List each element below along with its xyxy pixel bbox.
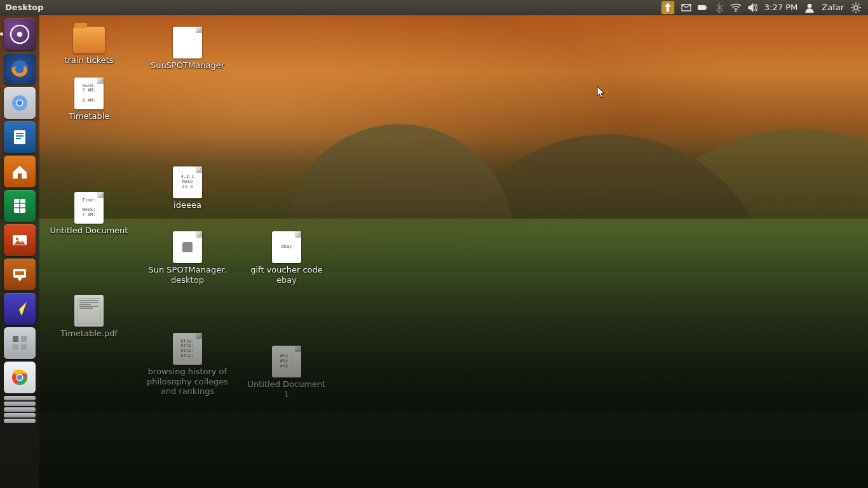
desktop-icon-label: gift voucher code ebay bbox=[250, 265, 323, 285]
desktop-icon-label: Sun SPOTManager. desktop bbox=[148, 265, 226, 285]
file-icon bbox=[173, 231, 202, 263]
launcher-chrome[interactable] bbox=[4, 362, 36, 393]
desktop-icon-label: Timetable bbox=[69, 111, 110, 121]
svg-point-10 bbox=[17, 100, 22, 105]
svg-rect-15 bbox=[18, 173, 22, 179]
launcher-geo[interactable] bbox=[4, 293, 36, 325]
clock[interactable]: 3:27 PM bbox=[761, 3, 801, 12]
svg-rect-11 bbox=[14, 130, 25, 144]
svg-rect-22 bbox=[21, 336, 27, 342]
desktop-icon-label: train tickets bbox=[64, 55, 113, 65]
wifi-icon[interactable] bbox=[728, 0, 744, 15]
svg-rect-23 bbox=[13, 344, 18, 350]
svg-rect-1 bbox=[706, 6, 707, 8]
svg-rect-20 bbox=[15, 271, 24, 275]
svg-point-18 bbox=[16, 238, 18, 240]
svg-rect-14 bbox=[16, 138, 21, 139]
svg-rect-24 bbox=[21, 344, 27, 350]
file-icon: http: http: http: http: bbox=[173, 333, 202, 365]
desktop-icon-label: browsing history of philosophy colleges … bbox=[147, 367, 228, 396]
file-icon: Sund. 7 AM: 8 AM: bbox=[74, 78, 104, 109]
file-icon bbox=[74, 295, 104, 327]
desktop-icon-gift-voucher[interactable]: ebaygift voucher code ebay bbox=[239, 231, 334, 285]
svg-point-2 bbox=[735, 10, 737, 12]
desktop-icon-timetable-pdf[interactable]: Timetable.pdf bbox=[41, 295, 137, 339]
launcher-writer[interactable] bbox=[4, 121, 36, 153]
user-icon[interactable] bbox=[801, 0, 818, 15]
session-gear-icon[interactable] bbox=[848, 0, 864, 15]
launcher-chromium[interactable] bbox=[4, 87, 36, 119]
desktop-icon-untitled-doc[interactable]: Time: Week: 7 AM:Untitled Document bbox=[41, 192, 137, 236]
desktop-icon-label: Untitled Document bbox=[50, 226, 128, 236]
file-icon: Why : Why : why : bbox=[272, 346, 301, 377]
bluetooth-icon[interactable] bbox=[711, 0, 728, 15]
launcher-dash[interactable] bbox=[4, 18, 36, 50]
launcher-workspaces[interactable] bbox=[4, 327, 36, 359]
file-icon bbox=[173, 27, 202, 58]
svg-rect-0 bbox=[698, 5, 706, 10]
messages-icon[interactable] bbox=[678, 0, 695, 15]
launcher-impress[interactable] bbox=[4, 259, 36, 290]
desktop-icon-browsing-hist[interactable]: http: http: http: http:browsing history … bbox=[140, 333, 235, 396]
sound-icon[interactable] bbox=[744, 0, 761, 15]
desktop-area[interactable]: train ticketsSunSPOTManagerSund. 7 AM: 8… bbox=[0, 15, 868, 488]
desktop-icon-sunspot-jnlp[interactable]: SunSPOTManager bbox=[140, 27, 235, 71]
desktop-icon-ideeea[interactable]: 4.2.1 Make 21.4ideeea bbox=[140, 166, 235, 210]
svg-rect-13 bbox=[16, 135, 24, 137]
launcher-shotwell[interactable] bbox=[4, 224, 36, 256]
svg-rect-21 bbox=[13, 336, 18, 342]
battery-icon[interactable] bbox=[695, 0, 711, 15]
desktop-icon-untitled-1[interactable]: Why : Why : why :Untitled Document 1 bbox=[239, 346, 334, 399]
desktop-icon-label: SunSPOTManager bbox=[151, 60, 224, 71]
file-icon: 4.2.1 Make 21.4 bbox=[173, 166, 202, 198]
file-icon: ebay bbox=[272, 231, 301, 263]
desktop-icon-label: Untitled Document 1 bbox=[248, 379, 326, 399]
launcher-calc[interactable] bbox=[4, 190, 36, 222]
svg-point-6 bbox=[17, 32, 22, 37]
launcher bbox=[0, 15, 39, 488]
svg-rect-12 bbox=[16, 133, 24, 134]
desktop-icon-label: ideeea bbox=[173, 200, 201, 210]
panel-title: Desktop bbox=[5, 3, 43, 12]
launcher-overflow[interactable] bbox=[4, 396, 36, 423]
desktop-icon-label: Timetable.pdf bbox=[60, 329, 118, 339]
desktop-icon-train-tickets[interactable]: train tickets bbox=[41, 27, 137, 65]
folder-icon bbox=[73, 27, 105, 53]
file-icon: Time: Week: 7 AM: bbox=[74, 192, 104, 224]
desktop-icon-sunspot-desktop[interactable]: Sun SPOTManager. desktop bbox=[140, 231, 235, 285]
launcher-firefox[interactable] bbox=[4, 53, 36, 85]
user-name[interactable]: Zafar bbox=[818, 3, 848, 12]
top-panel: Desktop 3:27 PM Zafar bbox=[0, 0, 868, 15]
svg-point-4 bbox=[854, 6, 858, 10]
launcher-files[interactable] bbox=[4, 156, 36, 187]
svg-point-3 bbox=[808, 3, 812, 8]
desktop-icon-timetable-txt[interactable]: Sund. 7 AM: 8 AM:Timetable bbox=[41, 78, 137, 121]
svg-point-27 bbox=[17, 375, 22, 380]
update-notifier-icon[interactable] bbox=[658, 0, 678, 15]
